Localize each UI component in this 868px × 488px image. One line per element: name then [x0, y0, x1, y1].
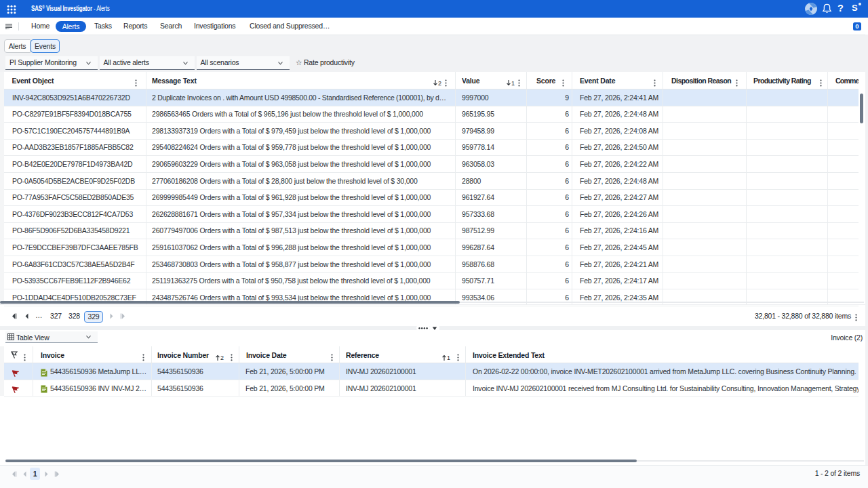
svg-text:1: 1: [447, 354, 450, 361]
svg-text:1: 1: [511, 80, 515, 87]
svg-text:2: 2: [220, 354, 224, 361]
svg-text:2: 2: [438, 80, 441, 87]
